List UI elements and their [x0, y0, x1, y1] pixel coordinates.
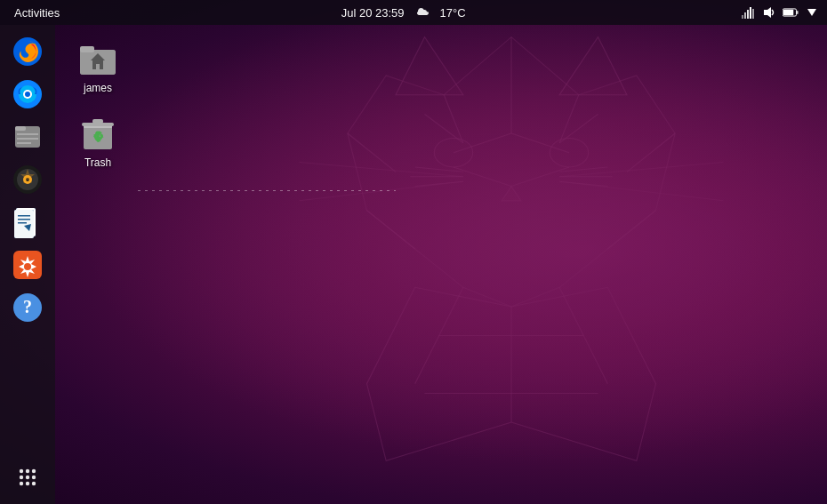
svg-rect-54 [17, 138, 38, 140]
svg-text:♻: ♻ [92, 129, 104, 143]
svg-point-72 [26, 469, 29, 473]
svg-rect-55 [17, 142, 31, 144]
desktop: Activities Jul 20 23:59 17°C [0, 0, 827, 504]
desktop-icon-trash[interactable]: ♻ Trash [64, 107, 132, 172]
activities-button[interactable]: Activities [7, 0, 67, 25]
svg-point-78 [26, 482, 29, 485]
svg-point-79 [32, 482, 36, 485]
dock: ? [0, 25, 55, 504]
svg-point-75 [26, 476, 29, 479]
topbar: Activities Jul 20 23:59 17°C [0, 0, 827, 25]
svg-rect-53 [17, 133, 38, 135]
svg-point-71 [20, 469, 23, 473]
svg-point-68 [24, 263, 31, 270]
sound-icon[interactable] [761, 4, 777, 20]
svg-rect-39 [750, 7, 751, 19]
datetime-display: Jul 20 23:59 [341, 6, 405, 20]
svg-rect-37 [744, 12, 746, 19]
desktop-icons: james ♻ Tra [64, 32, 132, 172]
trash-icon-label: Trash [84, 156, 111, 169]
dock-item-firefox[interactable] [8, 32, 47, 71]
svg-rect-43 [783, 10, 793, 16]
svg-point-77 [20, 482, 23, 485]
topbar-right [740, 4, 820, 20]
dock-item-rhythmbox[interactable] [8, 160, 47, 199]
svg-text:?: ? [23, 297, 32, 316]
svg-marker-1 [396, 37, 463, 95]
dock-item-appstore[interactable] [8, 245, 47, 284]
temperature-display: 17°C [440, 6, 466, 20]
topbar-center: Jul 20 23:59 17°C [67, 6, 740, 20]
svg-rect-36 [742, 15, 743, 19]
network-icon[interactable] [740, 4, 756, 20]
wallpaper-cat [267, 18, 756, 480]
dock-item-thunderbird[interactable] [8, 75, 47, 114]
svg-point-50 [25, 92, 30, 97]
weather-cloud-icon [415, 7, 430, 18]
show-apps-button[interactable] [8, 458, 47, 497]
svg-rect-38 [747, 10, 749, 19]
svg-rect-64 [18, 215, 30, 217]
dock-item-writer[interactable] [8, 203, 47, 242]
desktop-icon-home[interactable]: james [64, 32, 132, 98]
svg-marker-41 [764, 7, 771, 18]
svg-rect-63 [14, 210, 34, 238]
svg-rect-87 [92, 119, 103, 124]
svg-rect-82 [80, 46, 94, 52]
home-icon-label: james [84, 82, 112, 94]
svg-point-73 [32, 469, 36, 473]
svg-marker-45 [807, 9, 816, 16]
svg-rect-40 [752, 9, 754, 19]
svg-rect-52 [15, 126, 26, 131]
svg-rect-65 [18, 219, 30, 220]
dock-item-files[interactable] [8, 117, 47, 156]
dock-item-help[interactable]: ? [8, 288, 47, 327]
svg-marker-2 [559, 37, 627, 95]
svg-point-76 [32, 476, 36, 479]
svg-rect-66 [18, 222, 27, 224]
battery-icon[interactable] [783, 4, 799, 20]
system-menu-icon[interactable] [804, 4, 820, 20]
svg-rect-44 [797, 11, 799, 14]
desktop-dotted-line [138, 189, 396, 191]
svg-point-74 [20, 476, 23, 479]
